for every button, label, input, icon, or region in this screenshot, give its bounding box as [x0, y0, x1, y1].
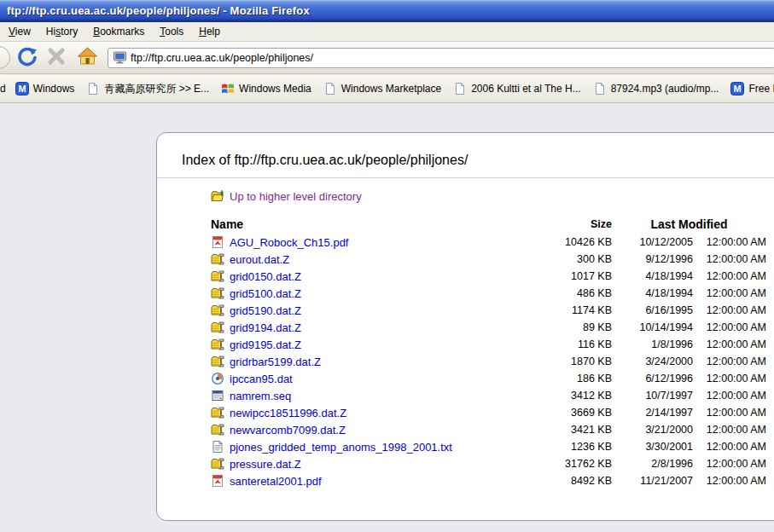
file-size-cell: 3669 KB	[544, 407, 612, 419]
file-size-cell: 3421 KB	[544, 424, 612, 436]
zip-file-icon	[211, 406, 224, 419]
file-link[interactable]: pressure.dat.Z	[230, 458, 301, 471]
file-time-cell: 12:00:00 AM	[693, 424, 766, 436]
bookmark-label: Free Hotmail	[748, 83, 774, 95]
location-bar[interactable]: ftp://ftp.cru.uea.ac.uk/people/philjones…	[108, 48, 774, 68]
winflag-icon	[221, 82, 235, 95]
reload-icon	[16, 45, 38, 71]
file-link[interactable]: namrem.seq	[230, 390, 291, 402]
bookmark-item[interactable]: Windows Media	[215, 79, 317, 98]
file-link[interactable]: gridrbar5199.dat.Z	[230, 356, 321, 368]
up-directory-link[interactable]: Up to higher level directory	[211, 189, 362, 203]
file-time-cell: 12:00:00 AM	[693, 475, 766, 487]
file-name-cell: grid9194.dat.Z	[211, 321, 544, 334]
page-icon	[593, 82, 607, 95]
file-link[interactable]: ipccan95.dat	[230, 373, 293, 385]
file-date-cell: 6/16/1995	[612, 304, 693, 316]
msn-m-icon: M	[730, 82, 744, 95]
file-name-cell: santeretal2001.pdf	[211, 474, 544, 488]
folder-up-icon	[211, 189, 224, 203]
pdf-file-icon	[211, 235, 224, 249]
file-listing-table: Name Size Last Modified AGU_Robock_Ch15.…	[211, 214, 767, 489]
file-size-cell: 300 KB	[544, 253, 612, 265]
file-link[interactable]: santeretal2001.pdf	[230, 475, 322, 488]
reload-button[interactable]	[15, 45, 40, 71]
table-row: newvarcomb7099.dat.Z3421 KB3/21/200012:0…	[211, 421, 767, 438]
file-date-cell: 4/18/1994	[612, 287, 693, 299]
file-time-cell: 12:00:00 AM	[693, 338, 766, 350]
window-titlebar: ftp://ftp.cru.uea.ac.uk/people/philjones…	[0, 0, 774, 22]
bookmark-item[interactable]: MWindows	[9, 79, 81, 98]
file-time-cell: 12:00:00 AM	[693, 236, 766, 248]
bookmark-item[interactable]: Windows Marketplace	[317, 79, 447, 98]
file-link[interactable]: grid5190.dat.Z	[230, 304, 301, 317]
file-time-cell: 12:00:00 AM	[693, 287, 766, 299]
bookmark-label: Windows Media	[239, 83, 311, 95]
navigation-toolbar: ftp://ftp.cru.uea.ac.uk/people/philjones…	[0, 42, 774, 74]
bookmark-item[interactable]: 2006 Kultti et al The H...	[447, 79, 587, 98]
file-link[interactable]: grid5100.dat.Z	[230, 287, 301, 300]
txt-file-icon	[211, 440, 224, 454]
file-link[interactable]: AGU_Robock_Ch15.pdf	[230, 236, 348, 249]
bookmark-label: Windows Marketplace	[341, 83, 441, 95]
home-button[interactable]	[74, 45, 100, 71]
file-name-cell: newvarcomb7099.dat.Z	[211, 423, 544, 437]
home-icon	[77, 46, 98, 70]
menu-item-history[interactable]: History	[38, 22, 85, 41]
bookmark-item[interactable]: d	[0, 80, 9, 97]
menu-item-help[interactable]: Help	[191, 22, 228, 41]
file-time-cell: 12:00:00 AM	[693, 321, 766, 333]
zip-file-icon	[211, 286, 224, 300]
bookmark-label: 87924.mp3 (audio/mp...	[611, 83, 719, 95]
window-title: ftp://ftp.cru.uea.ac.uk/people/philjones…	[7, 4, 310, 17]
url-text[interactable]: ftp://ftp.cru.uea.ac.uk/people/philjones…	[131, 52, 313, 64]
zip-file-icon	[211, 338, 224, 351]
table-row: eurout.dat.Z300 KB9/12/199612:00:00 AM	[211, 251, 767, 268]
table-row: grid5100.dat.Z486 KB4/18/199412:00:00 AM	[211, 285, 767, 302]
file-size-cell: 116 KB	[544, 338, 612, 350]
zip-file-icon	[211, 355, 224, 368]
menu-item-view[interactable]: View	[1, 22, 38, 41]
bookmark-item[interactable]: 87924.mp3 (audio/mp...	[587, 79, 725, 98]
stop-icon	[46, 46, 67, 70]
table-row: AGU_Robock_Ch15.pdf10426 KB10/12/200512:…	[211, 234, 767, 251]
table-row: ipccan95.dat186 KB6/12/199612:00:00 AM	[211, 370, 767, 387]
file-link[interactable]: grid9195.dat.Z	[230, 338, 301, 351]
ftp-listing-panel: Index of ftp://ftp.cru.uea.ac.uk/people/…	[156, 132, 774, 521]
file-link[interactable]: newipcc18511996.dat.Z	[230, 407, 346, 419]
file-size-cell: 1870 KB	[544, 356, 612, 367]
menu-item-tools[interactable]: Tools	[152, 22, 191, 41]
bookmark-item[interactable]: 青藏高原研究所 >> E...	[80, 79, 215, 99]
file-link[interactable]: grid9194.dat.Z	[230, 321, 301, 334]
file-date-cell: 6/12/1996	[612, 373, 693, 385]
pdf-file-icon	[211, 474, 224, 488]
page-icon	[86, 82, 100, 95]
file-date-cell: 10/14/1994	[612, 321, 693, 333]
file-link[interactable]: eurout.dat.Z	[230, 253, 289, 266]
file-name-cell: ipccan95.dat	[211, 372, 544, 385]
file-size-cell: 1236 KB	[544, 441, 612, 453]
forward-button-partial[interactable]	[0, 46, 10, 69]
file-date-cell: 10/7/1997	[612, 390, 693, 402]
file-name-cell: pjones_gridded_temp_anoms_1998_2001.txt	[211, 440, 544, 454]
file-date-cell: 1/8/1996	[612, 338, 693, 350]
table-row: grid9195.dat.Z116 KB1/8/199612:00:00 AM	[211, 336, 767, 353]
file-link[interactable]: grid0150.dat.Z	[230, 270, 301, 283]
column-header-last-modified[interactable]: Last Modified	[612, 217, 766, 231]
table-row: pjones_gridded_temp_anoms_1998_2001.txt1…	[211, 438, 767, 455]
up-directory-label[interactable]: Up to higher level directory	[230, 190, 362, 203]
file-time-cell: 12:00:00 AM	[693, 441, 766, 453]
column-header-name[interactable]: Name	[211, 217, 544, 231]
zip-file-icon	[211, 423, 224, 437]
table-row: grid9194.dat.Z89 KB10/14/199412:00:00 AM	[211, 319, 767, 336]
menu-bar: ViewHistoryBookmarksToolsHelp	[0, 22, 774, 42]
file-link[interactable]: newvarcomb7099.dat.Z	[230, 424, 346, 437]
bookmark-item[interactable]: MFree Hotmail	[725, 79, 774, 98]
table-header-row: Name Size Last Modified	[211, 214, 767, 234]
file-time-cell: 12:00:00 AM	[693, 304, 766, 316]
file-link[interactable]: pjones_gridded_temp_anoms_1998_2001.txt	[230, 441, 452, 454]
stop-button[interactable]	[44, 45, 69, 71]
menu-item-bookmarks[interactable]: Bookmarks	[85, 22, 152, 41]
zip-file-icon	[211, 269, 224, 283]
column-header-size[interactable]: Size	[544, 218, 612, 230]
